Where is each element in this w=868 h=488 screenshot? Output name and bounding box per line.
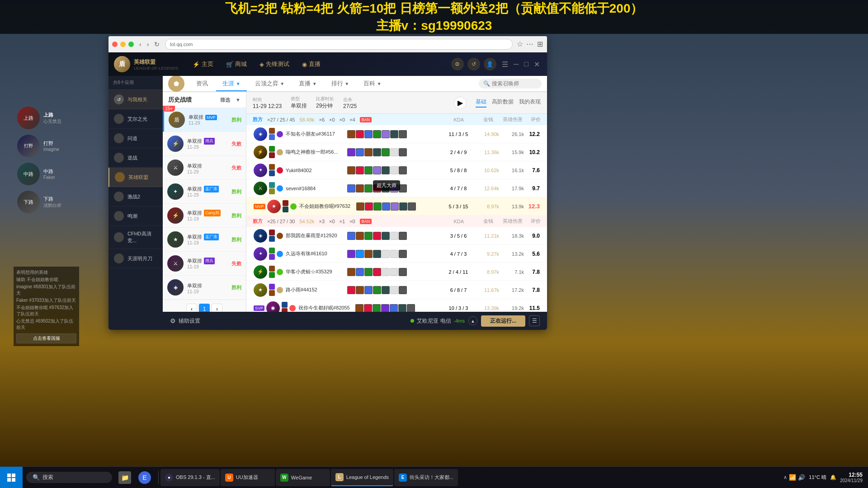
windows-icon [7,474,15,482]
max-btn[interactable] [128,42,134,47]
sidebar-item-tianya[interactable]: 天涯明月刀 [108,249,163,268]
svg-rect-3 [12,478,15,482]
tab-wiki[interactable]: 百科 ▼ [357,77,388,91]
tab-rank[interactable]: 排行 ▼ [325,77,356,91]
detail-play-btn[interactable]: ▶ [454,97,467,109]
nav-shop[interactable]: 🛒 商城 [221,57,252,71]
lose-kills: ×3 [319,219,325,224]
taskbar-app-obs[interactable]: ● OBS 29.1.3 - 直... [160,469,220,486]
play-icon[interactable]: ▶ [454,97,467,109]
taskbar-divider [158,471,159,484]
gold-win-2: 10.62k [474,168,499,173]
filter-btn[interactable]: 筛选 [220,97,230,103]
match-item-2[interactable]: ⚔ 单双排 11-29 失败 [163,156,246,180]
menu-btn[interactable]: ☰ [529,315,540,326]
sidebar-item-jizhan[interactable]: 激战2 [108,187,163,206]
match-item-7[interactable]: ◈ 单双排 11-19 胜利 [163,276,246,300]
taskbar-app-lol[interactable]: L League of Legends [331,469,393,486]
role-jungle[interactable]: 打野 打野 imagine [14,132,79,160]
profile-icon[interactable]: ⬟ [168,76,184,92]
tooltip-supermaster: 超凡大师 [373,180,400,191]
match-item-3[interactable]: ✦ 单双排 蓝厂库 11-29 胜利 [163,180,246,204]
expand-btn[interactable]: ▲ [468,316,477,325]
detail-tab-mine[interactable]: 我的表现 [519,98,541,108]
bookmark-icon[interactable]: ☆ [516,41,524,48]
win-menu-icon[interactable]: ☰ [500,60,510,69]
role-top[interactable]: 上路 上路 心无禁忌 [14,104,79,132]
back-btn[interactable]: ‹ [137,40,143,49]
taskbar-icon-2[interactable]: E [136,468,154,487]
sidebar-item-mingchao[interactable]: 鸣潮 [108,206,163,226]
next-btn[interactable]: › [212,304,222,312]
name-lose-2: 华客小虎鲸☆#35329 [286,268,344,275]
taskbar-temp[interactable]: 11°C 晴 [809,474,826,481]
nav-live[interactable]: ◉ 直播 [297,57,326,71]
nav-beta[interactable]: ◈ 先锋测试 [254,57,295,71]
match-item-0[interactable]: 盾 单双排 MVP 11-29 胜利 [163,108,246,132]
role-adc[interactable]: 下路 下路 清辉白烬 [14,188,79,216]
match-item-6[interactable]: ⚔ 单双排 用兵 11-19 失败 [163,252,246,276]
sidebar-item-niuzhan[interactable]: 逆战 [108,148,163,168]
taskbar-clock[interactable]: 12:55 2024/11/29 [840,472,863,483]
forward-btn[interactable]: › [145,40,151,49]
address-bar[interactable]: lol.qq.com [165,39,513,50]
taskbar-search[interactable]: 🔍 搜索 [26,472,112,483]
refresh-btn[interactable]: ↻ [152,40,161,49]
more-icon[interactable]: ⋯ [526,41,533,48]
volume-icon[interactable]: 🔊 [798,474,805,481]
match-info-7: 单双排 11-19 [187,281,228,294]
champ-lose-4: ◉ [266,301,280,312]
sidebar-item-lol[interactable]: 英雄联盟 [108,168,163,187]
detail-tab-advanced[interactable]: 高阶数据 [492,98,514,108]
prev-btn[interactable]: ‹ [186,304,197,312]
match-item-1[interactable]: ⚡ 单双排 用兵 11-29 失败 [163,132,246,156]
tab-live[interactable]: 直播 ▼ [292,77,323,91]
match-item-5[interactable]: ★ 单双排 蓝厂库 11-19 胜利 [163,228,246,252]
col-kda: KDA [453,117,464,122]
win-max-icon[interactable]: □ [522,60,530,69]
match-item-4[interactable]: ⚡ 单双排 Carry局 11-19 胜利 [163,204,246,228]
taskbar-icon-1[interactable]: 📁 [116,468,134,487]
win-min-icon[interactable]: ─ [512,60,520,69]
lol-logo-char: 盾 [119,60,125,68]
nav-home[interactable]: ⚡ 主页 [187,57,219,71]
chat-input-btn[interactable]: 点击查看国服 [16,333,76,343]
match-badge-4: Carry局 [204,210,221,216]
start-button[interactable] [0,467,23,488]
settings-icon[interactable]: ⊞ [536,41,543,48]
close-btn[interactable] [112,42,118,47]
sidebar-item-cfhd[interactable]: CFHD高清竞... [108,226,163,249]
network-icon[interactable]: 📶 [789,474,796,481]
running-btn[interactable]: 正在运行... [481,315,525,327]
detail-tab-basic[interactable]: 基础 [476,98,486,108]
win-kills: ×6 [319,117,325,122]
match-info-0: 单双排 MVP 11-29 [189,114,228,126]
sidebar-item-related[interactable]: ↺ 与我相关 [108,90,163,109]
min-btn[interactable] [120,42,126,47]
score-lose-4: 11.5 [524,305,540,311]
taskbar-app-wegame[interactable]: W WeGame [276,469,330,486]
tab-tft[interactable]: 云顶之弈 ▼ [249,77,291,91]
match-date-7: 11-19 [187,289,228,294]
nav-avatar[interactable]: 👤 [484,58,496,70]
tab-info[interactable]: 资讯 [190,77,214,91]
taskbar-app-uu[interactable]: U UU加速器 [221,469,275,486]
taskbar-app-edge[interactable]: E 街头采访！大家都... [394,469,458,486]
detail-header: 时间 11-29 12:23 类型 单双排 比赛时长 29分钟 [246,92,547,114]
role-mid[interactable]: 中路 中路 Faker [14,160,79,188]
search-input[interactable] [492,80,537,87]
tab-career[interactable]: 生涯 ▼ [216,77,247,91]
lol-taskbar-icon: L [335,473,344,481]
filter-icon[interactable]: ▼ [236,97,241,103]
page-1[interactable]: 1 [199,304,210,312]
browser-window: ‹ › ↻ lol.qq.com ☆ ⋯ ⊞ 盾 英雄联盟 LEAGUE-OF-… [108,36,547,330]
tray-expand[interactable]: ∧ [783,474,787,480]
lol-icon [115,172,125,182]
nav-icon-1[interactable]: ⚙ [451,58,464,70]
nav-icon-2[interactable]: ↺ [467,58,480,70]
sidebar-item-allight[interactable]: 艾尔之光 [108,109,163,129]
win-close-icon[interactable]: ✕ [532,60,542,69]
notification-icon[interactable]: 🔔 [830,474,836,480]
sidebar-item-wendao[interactable]: 问道 [108,129,163,148]
settings-btn[interactable]: ⚙ 辅助设置 [170,317,200,325]
